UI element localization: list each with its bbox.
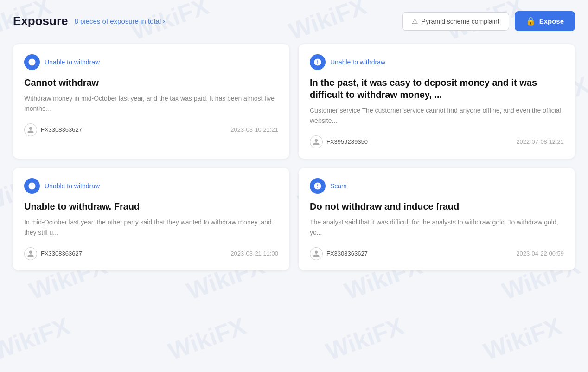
- tag-label: Unable to withdraw: [330, 58, 385, 66]
- username: FX3308363627: [326, 250, 368, 257]
- header-left: Exposure 8 pieces of exposure in total ›: [13, 14, 165, 28]
- tag-label: Unable to withdraw: [45, 182, 100, 190]
- warning-icon: ⚠: [412, 17, 418, 26]
- user-info: FX3959289350: [310, 135, 368, 148]
- exposure-card-0[interactable]: Unable to withdraw Cannot withdraw Withd…: [13, 44, 289, 159]
- tag-label: Scam: [330, 182, 347, 190]
- timestamp: 2023-03-21 11:00: [230, 250, 278, 257]
- exposure-card-2[interactable]: Unable to withdraw Unable to withdraw. F…: [13, 168, 289, 270]
- card-tag: Unable to withdraw: [24, 178, 278, 194]
- card-title: Cannot withdraw: [24, 77, 278, 89]
- user-info: FX3308363627: [24, 123, 82, 136]
- cards-grid: Unable to withdraw Cannot withdraw Withd…: [13, 44, 575, 270]
- card-body: Customer service The customer service ca…: [310, 105, 564, 126]
- card-footer: FX3308363627 2023-04-22 00:59: [310, 247, 564, 260]
- card-title: Do not withdraw and induce fraud: [310, 200, 564, 212]
- exposure-count-link[interactable]: 8 pieces of exposure in total ›: [75, 17, 165, 25]
- expose-button[interactable]: 🔒 Expose: [515, 11, 575, 31]
- card-title: Unable to withdraw. Fraud: [24, 200, 278, 212]
- card-body: Withdraw money in mid-October last year,…: [24, 93, 278, 114]
- header-right: ⚠ Pyramid scheme complaint 🔒 Expose: [402, 11, 575, 31]
- card-title: In the past, it was easy to deposit mone…: [310, 77, 564, 101]
- page-header: Exposure 8 pieces of exposure in total ›…: [13, 11, 575, 31]
- card-footer: FX3959289350 2022-07-08 12:21: [310, 135, 564, 148]
- tag-icon: [310, 54, 326, 70]
- card-footer: FX3308363627 2023-03-21 11:00: [24, 247, 278, 260]
- pyramid-complaint-button[interactable]: ⚠ Pyramid scheme complaint: [402, 12, 509, 31]
- timestamp: 2023-04-22 00:59: [516, 250, 564, 257]
- tag-label: Unable to withdraw: [45, 58, 100, 66]
- tag-icon: [24, 54, 40, 70]
- username: FX3308363627: [41, 126, 82, 133]
- username: FX3959289350: [326, 138, 368, 145]
- avatar-icon: [24, 123, 37, 136]
- card-tag: Unable to withdraw: [310, 54, 564, 70]
- user-info: FX3308363627: [24, 247, 82, 260]
- page-title: Exposure: [13, 14, 68, 28]
- avatar-icon: [24, 247, 37, 260]
- avatar-icon: [310, 135, 323, 148]
- tag-icon: [24, 178, 40, 194]
- card-tag: Unable to withdraw: [24, 54, 278, 70]
- card-footer: FX3308363627 2023-03-10 21:21: [24, 123, 278, 136]
- card-body: In mid-October last year, the other part…: [24, 217, 278, 238]
- expose-icon: 🔒: [526, 16, 536, 26]
- exposure-card-1[interactable]: Unable to withdraw In the past, it was e…: [299, 44, 575, 159]
- username: FX3308363627: [41, 250, 82, 257]
- exposure-card-3[interactable]: Scam Do not withdraw and induce fraud Th…: [299, 168, 575, 270]
- user-info: FX3308363627: [310, 247, 368, 260]
- tag-icon: [310, 178, 326, 194]
- timestamp: 2023-03-10 21:21: [230, 126, 278, 133]
- card-body: The analyst said that it was difficult f…: [310, 217, 564, 238]
- chevron-right-icon: ›: [163, 18, 165, 25]
- card-tag: Scam: [310, 178, 564, 194]
- avatar-icon: [310, 247, 323, 260]
- timestamp: 2022-07-08 12:21: [516, 138, 564, 145]
